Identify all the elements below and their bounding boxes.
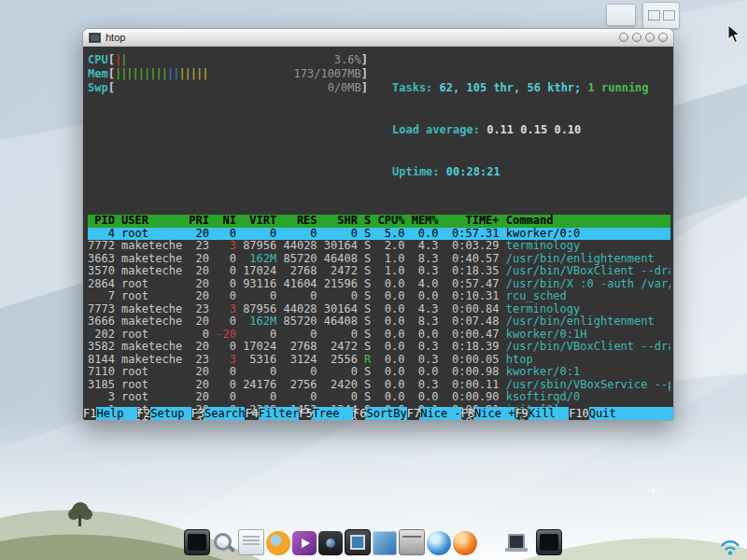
fkey-label[interactable]: Help <box>96 407 136 420</box>
fkey-label[interactable]: Kill <box>529 407 569 420</box>
load-value: 0.11 0.15 0.10 <box>486 123 581 136</box>
column-header-cmd[interactable]: Command <box>506 215 670 228</box>
column-header-cpu[interactable]: CPU% <box>378 215 405 228</box>
fkey-label[interactable]: Nice + <box>474 407 514 420</box>
taskbar-icon-laptop[interactable] <box>504 531 529 555</box>
fkey-label[interactable]: Filter <box>259 407 299 420</box>
tasks-label: Tasks: <box>392 81 432 94</box>
process-row[interactable]: 2864root200931164160421596S0.04.00:57.47… <box>88 278 670 291</box>
column-header-time[interactable]: TIME+ <box>445 215 500 228</box>
process-row[interactable]: 3666maketeche200162M8572046408S0.08.30:0… <box>88 315 670 329</box>
meter-value: 3.6% <box>334 53 361 67</box>
tasks-value: 62, 105 thr, 56 kthr; <box>440 81 582 94</box>
process-row[interactable]: 3582maketeche2001702427682472S0.00.30:18… <box>88 341 670 354</box>
column-header-pri[interactable]: PRI <box>189 215 209 228</box>
meter-value: 0/0MB <box>328 81 361 95</box>
process-row[interactable]: 3663maketeche200162M8572046408S1.08.30:4… <box>88 253 670 266</box>
window-button-close[interactable] <box>658 33 668 42</box>
mini-window-icon[interactable] <box>648 10 660 21</box>
htop-header-area: CPU[||3.6%]Mem[||||||||||||||||173/1007M… <box>86 47 670 215</box>
window-button-shade[interactable] <box>632 33 641 42</box>
fkey-label[interactable]: Quit <box>589 407 673 420</box>
meter-cpu: CPU[||3.6%] <box>88 53 368 67</box>
htop-meters: CPU[||3.6%]Mem[||||||||||||||||173/1007M… <box>88 53 368 207</box>
dock-icon-firefox[interactable] <box>266 531 290 555</box>
desktop: htop CPU[||3.6%]Mem[||||||||||||||||173/… <box>0 0 747 560</box>
dock-icon-package[interactable] <box>373 531 397 555</box>
dock-icon-camera[interactable] <box>318 531 343 555</box>
htop-stats: Tasks: 62, 105 thr, 56 kthr; 1 running L… <box>392 53 649 207</box>
fkey-f3[interactable]: F3 <box>191 407 204 420</box>
fkey-label[interactable]: SortBy <box>366 407 406 420</box>
process-row[interactable]: 7root200000S0.00.00:10.31rcu_sched <box>88 290 670 303</box>
process-row[interactable]: 3185root2002417627562420S0.00.30:00.11/u… <box>88 379 670 392</box>
meter-mem: Mem[||||||||||||||||173/1007MB] <box>88 67 368 81</box>
dock-icon-archive[interactable] <box>399 529 425 555</box>
fkey-label[interactable]: Setup <box>150 407 190 420</box>
taskbar-gadget[interactable] <box>642 2 680 29</box>
process-row[interactable]: 7110root200000S0.00.00:00.98kworker/0:1 <box>88 366 670 379</box>
column-header-s[interactable]: S <box>364 215 371 228</box>
column-header-pid[interactable]: PID <box>88 215 115 228</box>
meter-swp: Swp[0/0MB] <box>88 81 368 95</box>
window-buttons <box>619 33 668 42</box>
htop-window: htop CPU[||3.6%]Mem[||||||||||||||||173/… <box>82 28 674 421</box>
terminal-content[interactable]: CPU[||3.6%]Mem[||||||||||||||||173/1007M… <box>83 47 673 420</box>
wifi-icon[interactable] <box>719 538 741 556</box>
window-button-menu[interactable] <box>619 33 628 42</box>
taskbar-icon-terminal2[interactable] <box>536 529 562 555</box>
process-row[interactable]: 7772maketeche233879564402830164S2.04.30:… <box>88 240 670 253</box>
fkey-label[interactable]: Tree <box>313 407 353 420</box>
fkey-f6[interactable]: F6 <box>353 407 366 420</box>
window-titlebar[interactable]: htop <box>83 29 673 47</box>
column-header-res[interactable]: RES <box>283 215 317 228</box>
column-header-shr[interactable]: SHR <box>324 215 358 228</box>
dock-icon-screenshot[interactable] <box>345 529 371 555</box>
process-row[interactable]: 7773maketeche233879564402830164S0.04.30:… <box>88 303 670 316</box>
function-key-bar: F1Help F2Setup F3SearchF4FilterF5Tree F6… <box>83 407 673 420</box>
mini-window-icon[interactable] <box>663 10 675 21</box>
process-table: PIDUSERPRINIVIRTRESSHRSCPU%MEM%TIME+Comm… <box>86 215 670 420</box>
column-header-mem[interactable]: MEM% <box>412 215 439 228</box>
fkey-f1[interactable]: F1 <box>83 407 96 420</box>
dock-icon-terminal[interactable] <box>184 529 210 555</box>
fkey-f7[interactable]: F7 <box>407 407 420 420</box>
pager-gadget[interactable] <box>606 4 636 26</box>
dock-icon-magnifier[interactable] <box>212 531 236 555</box>
taskbar-dock <box>504 529 562 555</box>
process-row[interactable]: 8144maketeche233531631242556R0.00.30:00.… <box>88 354 670 367</box>
dock-icon-files[interactable] <box>238 529 264 555</box>
meter-bar: 0/0MB <box>115 81 361 95</box>
process-header-row: PIDUSERPRINIVIRTRESSHRSCPU%MEM%TIME+Comm… <box>88 215 670 228</box>
fkey-f8[interactable]: F8 <box>461 407 474 420</box>
process-row[interactable]: 4root200000S5.00.00:57.31kworker/0:0 <box>88 228 670 241</box>
fkey-label[interactable]: Search <box>204 407 245 420</box>
fkey-f9[interactable]: F9 <box>514 407 528 420</box>
column-header-virt[interactable]: VIRT <box>243 215 276 228</box>
process-row[interactable]: 3570maketeche2001702427682472S1.00.30:18… <box>88 265 670 278</box>
fkey-f4[interactable]: F4 <box>245 407 258 420</box>
terminal-icon <box>89 33 101 43</box>
window-title: htop <box>106 32 125 43</box>
dock-icon-search[interactable] <box>427 531 451 555</box>
process-row[interactable]: 3root200000S0.00.00:00.90ksoftirqd/0 <box>88 391 670 404</box>
tasks-running: 1 running <box>588 81 649 94</box>
meter-value: 173/1007MB <box>294 67 361 81</box>
meter-label: CPU <box>88 53 108 67</box>
column-header-ni[interactable]: NI <box>216 215 236 228</box>
dock-icon-settings[interactable] <box>453 531 477 555</box>
fkey-f10[interactable]: F10 <box>569 407 589 420</box>
window-button-maximize[interactable] <box>645 33 655 42</box>
meter-label: Mem <box>88 67 108 81</box>
uptime-value: 00:28:21 <box>446 165 500 178</box>
dock <box>184 529 477 555</box>
fkey-f2[interactable]: F2 <box>137 407 150 420</box>
dock-icon-media[interactable] <box>292 531 317 555</box>
uptime-label: Uptime: <box>392 165 440 178</box>
meter-label: Swp <box>88 81 108 95</box>
column-header-user[interactable]: USER <box>121 215 182 228</box>
load-label: Load average: <box>392 123 480 136</box>
fkey-label[interactable]: Nice - <box>420 407 460 420</box>
process-row[interactable]: 202root0-20000S0.00.00:00.47kworker/0:1H <box>88 329 670 342</box>
fkey-f5[interactable]: F5 <box>299 407 312 420</box>
